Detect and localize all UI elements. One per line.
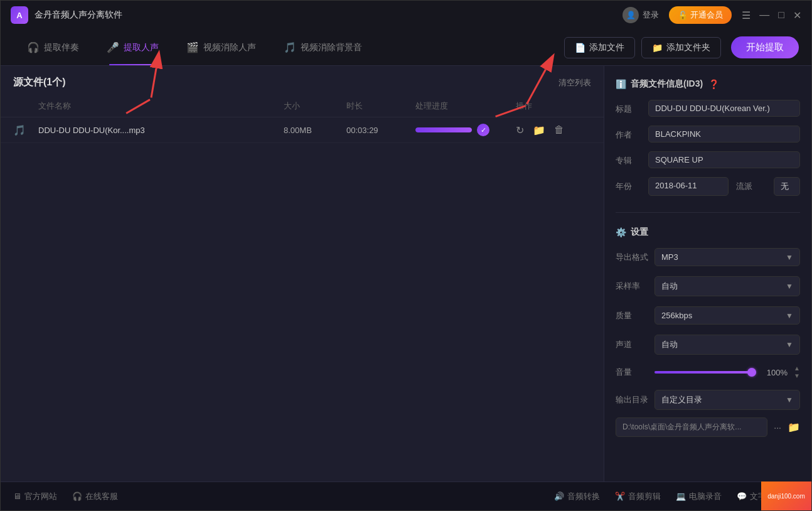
website-icon: 🖥 <box>13 492 21 501</box>
info-icon: ℹ️ <box>616 79 626 89</box>
genre-label: 流派 <box>736 177 769 196</box>
clear-list-button[interactable]: 清空列表 <box>558 77 591 89</box>
menu-button[interactable]: ☰ <box>742 9 751 21</box>
format-select[interactable]: MP3 ▼ <box>654 248 800 266</box>
tab-video-remove-bg[interactable]: 🎵 视频消除背景音 <box>270 30 376 65</box>
volume-value: 100% <box>762 368 788 377</box>
scissors-icon: ✂️ <box>615 492 625 501</box>
open-folder-icon[interactable]: 📁 <box>533 124 545 136</box>
file-duration: 00:03:29 <box>346 126 415 135</box>
col-size: 大小 <box>284 100 346 112</box>
title-bar-left: A 金丹音频人声分离软件 <box>11 6 122 24</box>
channel-select[interactable]: 自动 ▼ <box>654 335 800 355</box>
video-music-icon: 🎵 <box>284 41 296 53</box>
divider <box>616 212 800 213</box>
tab-video-remove-voice[interactable]: 🎬 视频消除人声 <box>173 30 270 65</box>
delete-icon[interactable]: 🗑 <box>554 124 564 136</box>
progress-complete-icon: ✓ <box>477 124 489 136</box>
progress-bar-fill <box>415 127 472 132</box>
sample-rate-label: 采样率 <box>616 281 654 292</box>
settings-section: ⚙️ 设置 导出格式 MP3 ▼ 采样率 自动 ▼ <box>616 227 800 442</box>
progress-bar-bg <box>415 127 472 132</box>
file-name: DDU-DU DDU-DU(Kor....mp3 <box>38 126 284 135</box>
title-label: 标题 <box>616 100 648 115</box>
audio-edit-tool[interactable]: ✂️ 音频剪辑 <box>615 491 661 502</box>
app-logo: A <box>11 6 28 24</box>
progress-cell: ✓ <box>415 124 516 136</box>
title-bar-right: 👤 登录 🔓 开通会员 ☰ — □ ✕ <box>622 6 801 24</box>
dropdown-arrow-channel: ▼ <box>786 340 793 349</box>
info-author-row: 作者 BLACKPINK <box>616 126 800 143</box>
left-panel: 源文件(1个) 清空列表 文件名称 大小 时长 处理进度 操作 🎵 DDU-DU… <box>1 66 604 481</box>
add-file-icon: 📄 <box>575 43 585 53</box>
album-value: SQUARE UP <box>648 151 800 168</box>
add-file-button[interactable]: 📄 添加文件 <box>564 37 635 58</box>
close-button[interactable]: ✕ <box>793 9 801 21</box>
audio-convert-tool[interactable]: 🔊 音频转换 <box>554 491 600 502</box>
sample-rate-select[interactable]: 自动 ▼ <box>654 276 800 296</box>
maximize-button[interactable]: □ <box>778 9 784 21</box>
format-row: 导出格式 MP3 ▼ <box>616 248 800 266</box>
quality-select[interactable]: 256kbps ▼ <box>654 306 800 325</box>
dropdown-arrow-format: ▼ <box>786 253 793 262</box>
year-label: 年份 <box>616 177 648 192</box>
title-value: DDU-DU DDU-DU(Korean Ver.) <box>648 100 800 117</box>
info-section-title: ℹ️ 音频文件信息(ID3) ❓ <box>616 78 800 90</box>
column-headers: 文件名称 大小 时长 处理进度 操作 <box>1 95 604 117</box>
vip-button[interactable]: 🔓 开通会员 <box>669 6 732 24</box>
volume-slider-wrap: 100% ▲ ▼ <box>654 365 800 380</box>
add-folder-icon: 📁 <box>652 43 663 53</box>
year-genre-inline: 2018-06-11 流派 无 <box>648 177 800 196</box>
year-value: 2018-06-11 <box>648 177 729 196</box>
volume-row: 音量 100% ▲ ▼ <box>616 365 800 380</box>
col-duration: 时长 <box>346 100 415 112</box>
tab-extract-accompaniment[interactable]: 🎧 提取伴奏 <box>13 30 93 65</box>
minimize-button[interactable]: — <box>759 9 769 21</box>
login-button[interactable]: 👤 登录 <box>622 7 659 23</box>
col-progress: 处理进度 <box>415 100 516 112</box>
author-label: 作者 <box>616 126 648 141</box>
table-row: 🎵 DDU-DU DDU-DU(Kor....mp3 8.00MB 00:03:… <box>1 117 604 143</box>
app-window: A 金丹音频人声分离软件 👤 登录 🔓 开通会员 ☰ — □ ✕ 🎧 提取伴奏 <box>0 0 812 511</box>
bottom-bar: 🖥 官方网站 🎧 在线客服 🔊 音频转换 ✂️ 音频剪辑 💻 电脑录音 💬 文 <box>1 481 811 510</box>
support-link[interactable]: 🎧 在线客服 <box>72 491 118 502</box>
info-album-row: 专辑 SQUARE UP <box>616 151 800 168</box>
volume-label: 音量 <box>616 367 654 378</box>
volume-track <box>654 371 756 374</box>
website-link[interactable]: 🖥 官方网站 <box>13 491 57 502</box>
speaker-icon: 🔊 <box>554 492 564 501</box>
file-list-header: 源文件(1个) 清空列表 <box>1 66 604 95</box>
output-path-row: D:\tools\桌面\金丹音频人声分离软... ··· 📁 <box>616 417 800 437</box>
settings-section-title: ⚙️ 设置 <box>616 227 800 238</box>
dropdown-arrow-outputdir: ▼ <box>786 395 793 404</box>
gear-icon: ⚙️ <box>616 227 626 237</box>
nav-bar: 🎧 提取伴奏 🎤 提取人声 🎬 视频消除人声 🎵 视频消除背景音 📄 添加文件 … <box>1 30 811 66</box>
output-path-display: D:\tools\桌面\金丹音频人声分离软... <box>616 417 767 437</box>
path-dots-button[interactable]: ··· <box>771 422 784 433</box>
output-dir-select[interactable]: 自定义目录 ▼ <box>654 390 800 410</box>
headphone-icon: 🎧 <box>72 492 82 501</box>
quality-row: 质量 256kbps ▼ <box>616 306 800 325</box>
right-panel: ℹ️ 音频文件信息(ID3) ❓ 标题 DDU-DU DDU-DU(Korean… <box>604 66 811 481</box>
vip-icon: 🔓 <box>678 11 688 20</box>
title-bar: A 金丹音频人声分离软件 👤 登录 🔓 开通会员 ☰ — □ ✕ <box>1 1 811 30</box>
volume-down-arrow[interactable]: ▼ <box>794 372 800 380</box>
refresh-icon[interactable]: ↻ <box>516 124 524 136</box>
col-name: 文件名称 <box>38 100 284 112</box>
col-actions: 操作 <box>516 100 591 112</box>
volume-thumb[interactable] <box>747 368 756 377</box>
app-title: 金丹音频人声分离软件 <box>35 9 122 21</box>
avatar: 👤 <box>622 7 639 23</box>
main-content: 源文件(1个) 清空列表 文件名称 大小 时长 处理进度 操作 🎵 DDU-DU… <box>1 66 811 481</box>
start-extract-button[interactable]: 开始提取 <box>731 36 799 58</box>
info-year-row: 年份 2018-06-11 流派 无 <box>616 177 800 196</box>
record-tool[interactable]: 💻 电脑录音 <box>676 491 722 502</box>
help-icon[interactable]: ❓ <box>708 79 719 89</box>
tab-extract-voice[interactable]: 🎤 提取人声 <box>93 30 173 65</box>
volume-up-arrow[interactable]: ▲ <box>794 365 800 372</box>
add-folder-button[interactable]: 📁 添加文件夹 <box>641 37 721 58</box>
volume-arrows: ▲ ▼ <box>794 365 800 380</box>
path-folder-icon[interactable]: 📁 <box>788 421 800 433</box>
output-dir-row: 输出目录 自定义目录 ▼ <box>616 390 800 410</box>
watermark: danji100.com <box>761 481 811 510</box>
